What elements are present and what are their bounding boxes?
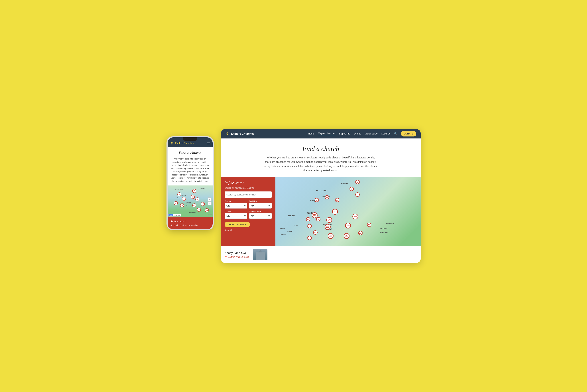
map-cluster[interactable]: 18 <box>192 189 196 193</box>
svg-rect-2 <box>172 141 172 142</box>
county-select[interactable]: Any <box>225 213 247 219</box>
zoom-in-button[interactable]: + <box>208 198 212 201</box>
dmap-cluster[interactable]: 2 <box>315 198 319 202</box>
sidebar-title: Refine search <box>225 181 272 185</box>
dmap-amsterdam-label: Amsterdam <box>386 223 394 224</box>
scene: Explore Churches Find a church Whether y… <box>167 129 421 263</box>
church-location-text: Saffron Walden, Essex <box>228 256 250 258</box>
nav-logo: Explore Churches <box>225 132 254 136</box>
map-cluster[interactable]: 113 <box>192 204 196 208</box>
map-cluster[interactable]: 17 <box>180 204 184 208</box>
map-tab[interactable]: Map <box>169 214 174 216</box>
dmap-northern-label: NORTHERN <box>287 215 295 217</box>
hamburger-menu[interactable] <box>207 142 210 144</box>
nav-visitor-guide[interactable]: Visitor guide <box>365 132 377 135</box>
location-pin-icon: 📍 <box>225 256 227 258</box>
denomination-label: Denomination <box>249 210 272 212</box>
map-cluster[interactable]: 56 <box>195 198 199 202</box>
apply-filters-button[interactable]: APPLY FILTERS <box>225 222 250 228</box>
filter-row-1: Features Any Facilities Any <box>225 200 272 208</box>
map-label-united: United <box>186 202 191 204</box>
mobile-map[interactable]: SCOTLAND Aberdeen Edinburgh Glasgow Unit… <box>168 186 213 217</box>
county-filter-group: County Any <box>225 210 247 219</box>
dmap-cluster[interactable]: 59 <box>367 223 371 227</box>
map-label-glasgow: Glasgow <box>177 197 182 198</box>
church-thumb-building <box>256 252 265 260</box>
dmap-cluster[interactable]: 67 <box>313 230 318 235</box>
map-cluster[interactable]: 38 <box>191 195 195 199</box>
map-label-aberdeen: Aberdeen <box>200 188 205 189</box>
dmap-cluster[interactable]: 142 <box>332 209 338 215</box>
mobile-header-left: Explore Churches <box>170 141 194 145</box>
features-select[interactable]: Any <box>225 203 247 208</box>
dmap-cluster[interactable]: 332 <box>352 214 358 220</box>
church-thumbnail[interactable] <box>253 249 267 260</box>
mobile-map-type: Map Satellite <box>168 214 181 216</box>
mobile-hero-description: Whether you are into cream teas or sculp… <box>171 157 210 183</box>
church-nav-logo-icon <box>225 132 229 136</box>
satellite-tab[interactable]: Satellite <box>173 214 181 216</box>
search-icon[interactable]: 🔍 <box>394 132 397 135</box>
dmap-cluster[interactable]: 20 <box>306 217 310 222</box>
dmap-dublin-label: Dublin <box>293 225 298 226</box>
county-label: County <box>225 210 247 212</box>
dmap-cluster[interactable]: 93 <box>307 236 312 240</box>
map-cluster[interactable]: 144 <box>201 202 205 206</box>
map-label-manchester: Manchester <box>189 212 196 213</box>
nav-map-of-churches[interactable]: Map of churches <box>318 132 336 136</box>
map-label-ki: Ki <box>186 204 188 206</box>
facilities-filter-group: Facilities Any <box>249 200 272 208</box>
mobile-hero: Find a church Whether you are into cream… <box>168 147 213 183</box>
dmap-cluster[interactable]: 120 <box>358 231 363 235</box>
nav-app-name: Explore Churches <box>231 132 254 135</box>
search-input[interactable] <box>226 194 270 196</box>
nav-home[interactable]: Home <box>308 132 314 135</box>
denomination-filter-group: Denomination Any <box>249 210 272 219</box>
mobile-notch <box>183 138 197 141</box>
map-cluster[interactable]: 2 <box>182 197 186 201</box>
dmap-cluster[interactable]: 5 <box>355 180 360 184</box>
map-cluster[interactable]: 342 <box>205 208 209 212</box>
clear-all-link[interactable]: Clear all <box>225 229 272 231</box>
facilities-select[interactable]: Any <box>249 203 272 208</box>
map-label-scotland: SCOTLAND <box>175 189 183 190</box>
dmap-cluster[interactable]: 232 <box>325 224 331 230</box>
desktop-hero: Find a church Whether you are into cream… <box>257 138 384 177</box>
desktop-bottom: Abbey Lane URC 📍 Saffron Walden, Essex <box>221 246 421 263</box>
map-cluster[interactable]: 273 <box>197 208 201 212</box>
facilities-label: Facilities <box>249 200 272 202</box>
desktop-main: Refine search Search by postcode or loca… <box>221 177 421 246</box>
dmap-cluster[interactable]: 170 <box>326 217 332 223</box>
dmap-cluster[interactable]: 5 <box>349 187 354 191</box>
dmap-cluster[interactable]: 257 <box>328 233 334 239</box>
dmap-cluster[interactable]: 113 <box>312 212 318 218</box>
mobile-app-name: Explore Churches <box>175 142 194 144</box>
denomination-select[interactable]: Any <box>249 213 272 219</box>
dmap-cluster[interactable]: 96 <box>307 224 312 228</box>
desktop-nav: Explore Churches Home Map of churches In… <box>221 129 421 138</box>
dmap-cluster[interactable]: 57 <box>335 198 339 202</box>
mobile-map-background: SCOTLAND Aberdeen Edinburgh Glasgow Unit… <box>168 186 213 217</box>
dmap-cluster[interactable]: 316 <box>344 233 349 239</box>
nav-events[interactable]: Events <box>354 132 361 135</box>
dmap-cluster[interactable]: 150 <box>345 223 351 228</box>
church-info: Abbey Lane URC 📍 Saffron Walden, Essex <box>225 251 250 258</box>
dmap-cluster[interactable]: 3 <box>316 217 320 222</box>
nav-about-us[interactable]: About us <box>381 132 390 135</box>
desktop-map[interactable]: SCOTLAND Aberdeen Edinburgh Glasgow Unit… <box>275 177 421 246</box>
map-cluster[interactable]: 8 <box>174 201 178 205</box>
desktop-hero-title: Find a church <box>265 145 377 153</box>
nav-inspire-me[interactable]: Inspire me <box>339 132 350 135</box>
dmap-cluster[interactable]: 38 <box>325 195 329 200</box>
donate-button[interactable]: DONATE <box>401 131 416 136</box>
search-input-wrapper[interactable] <box>225 192 272 198</box>
mobile-device: Explore Churches Find a church Whether y… <box>167 136 214 230</box>
nav-links: Home Map of churches Inspire me Events V… <box>308 131 416 136</box>
dmap-cluster[interactable]: 17 <box>355 192 360 197</box>
svg-rect-3 <box>227 134 228 135</box>
desktop-sidebar: Refine search Search by postcode or loca… <box>221 177 275 246</box>
church-name: Abbey Lane URC <box>225 251 250 255</box>
svg-rect-0 <box>171 143 172 144</box>
zoom-out-button[interactable]: − <box>208 202 212 205</box>
features-filter-group: Features Any <box>225 200 247 208</box>
